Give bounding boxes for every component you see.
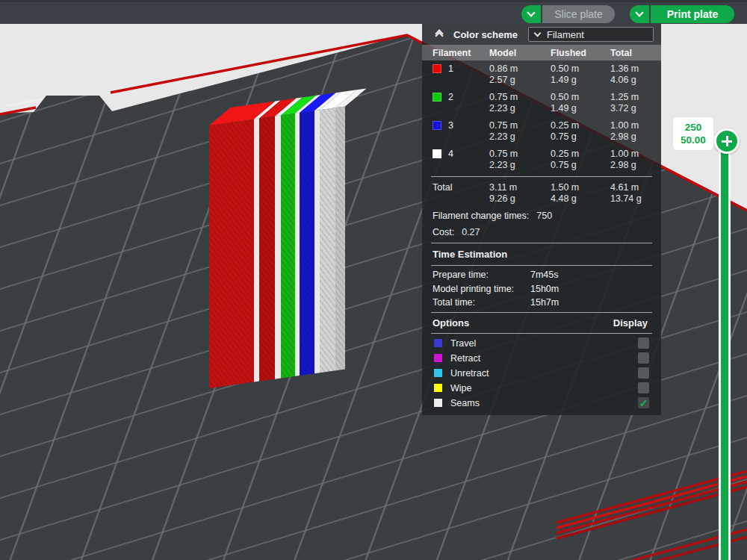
retract-swatch: [434, 354, 442, 362]
divider: [431, 333, 652, 334]
seam-line: [254, 119, 259, 382]
filament-change-times: Filament change times: 750: [422, 208, 661, 224]
divider: [431, 312, 652, 313]
layer-slider-handle[interactable]: [714, 128, 740, 154]
chevron-down-icon: [527, 8, 535, 16]
options-header: Options Display: [422, 315, 661, 331]
slice-plate-button[interactable]: Slice plate: [542, 5, 615, 23]
layer-height-value: 50.00: [681, 134, 706, 146]
filament-row: 2 0.75 m2.23 g 0.50 m1.49 g 1.25 m3.72 g: [422, 89, 661, 117]
layer-number: 250: [685, 121, 702, 134]
layer-slider-tooltip: 250 50.00: [673, 117, 713, 150]
panel-title: Color scheme: [453, 29, 518, 40]
slice-plate-dropdown-button[interactable]: [521, 5, 541, 23]
options-title: Options: [433, 317, 469, 329]
color-scheme-panel: Color scheme Filament Filament Model Flu…: [422, 24, 661, 415]
topbar: Slice plate Print plate: [0, 0, 747, 24]
seams-swatch: [434, 399, 442, 407]
wipe-swatch: [434, 384, 442, 392]
slab-red-front: [209, 119, 254, 388]
display-label: Display: [613, 317, 648, 329]
time-row: Prepare time: 7m45s: [422, 268, 661, 282]
time-row: Model printing time: 15h0m: [422, 282, 661, 296]
slab-red-side: [259, 116, 275, 382]
seam-line: [275, 116, 281, 379]
unretract-checkbox[interactable]: ✓: [638, 367, 649, 379]
view-mode-dropdown[interactable]: Filament: [528, 27, 654, 42]
travel-checkbox[interactable]: ✓: [638, 337, 649, 349]
filament-table-header: Filament Model Flushed Total: [422, 45, 661, 60]
filament-row: 1 0.86 m2.57 g 0.50 m1.49 g 1.36 m4.06 g: [422, 60, 661, 89]
layer-slider-track[interactable]: [719, 140, 731, 560]
retract-checkbox[interactable]: ✓: [638, 352, 649, 364]
panel-header: Color scheme Filament: [422, 24, 661, 45]
sliced-model[interactable]: [209, 106, 345, 388]
unretract-swatch: [434, 369, 442, 377]
filament-swatch: [433, 64, 441, 73]
filament-row: 3 0.75 m2.23 g 0.25 m0.75 g 1.00 m2.98 g: [422, 117, 661, 146]
filament-swatch: [433, 149, 441, 158]
chevron-down-icon: [534, 30, 542, 37]
filament-swatch: [433, 121, 441, 130]
print-plate-button[interactable]: Print plate: [651, 5, 734, 23]
option-row-unretract: Unretract ✓: [422, 366, 661, 381]
travel-swatch: [434, 339, 442, 347]
seam-line: [314, 110, 320, 373]
option-row-retract: Retract ✓: [422, 351, 661, 366]
divider: [431, 265, 652, 266]
print-plate-dropdown-button[interactable]: [630, 5, 649, 23]
filament-row: 4 0.75 m2.23 g 0.25 m0.75 g 1.00 m2.98 g: [422, 146, 661, 174]
chevron-down-icon: [635, 8, 643, 16]
filament-swatch: [433, 93, 441, 102]
divider: [431, 176, 652, 177]
option-row-seams: Seams ✓: [422, 396, 661, 411]
view-mode-value: Filament: [547, 29, 584, 40]
divider: [431, 243, 652, 243]
slab-white-side: [335, 106, 345, 370]
time-estimation-title: Time Estimation: [422, 246, 661, 263]
slice-plate-split-button: Slice plate: [521, 5, 615, 23]
print-plate-split-button: Print plate: [630, 5, 734, 23]
time-row: Total time: 15h7m: [422, 296, 661, 310]
plate-handle-mark: [6, 99, 42, 106]
wipe-checkbox[interactable]: ✓: [638, 382, 649, 393]
total-row: Total 3.11 m9.26 g 1.50 m4.48 g 4.61 m13…: [422, 179, 661, 208]
option-row-wipe: Wipe ✓: [422, 381, 661, 396]
collapse-panel-button[interactable]: [431, 31, 447, 39]
slab-white: [320, 108, 335, 373]
seams-checkbox[interactable]: ✓: [638, 397, 649, 408]
slab-blue: [300, 111, 314, 376]
slab-green: [281, 113, 295, 379]
cost: Cost: 0.27: [422, 224, 661, 240]
plus-icon: [721, 135, 733, 147]
option-row-travel: Travel ✓: [422, 336, 661, 351]
